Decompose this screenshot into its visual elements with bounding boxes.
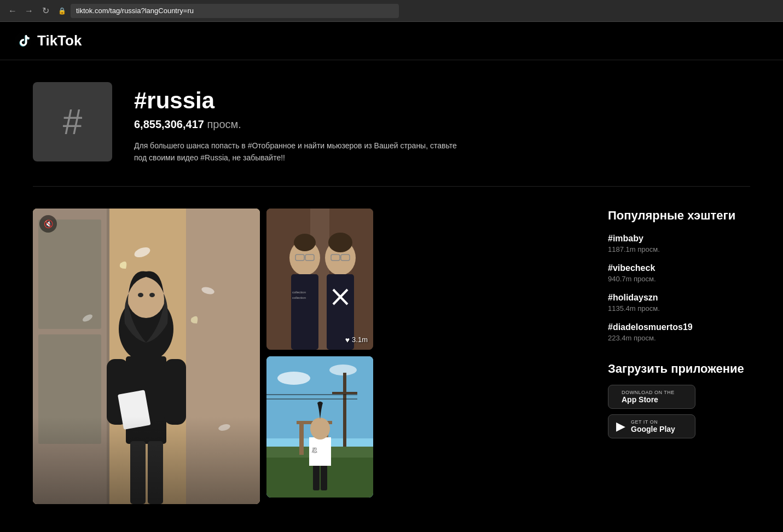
outdoor-svg: 忍 (266, 356, 373, 498)
svg-rect-54 (321, 463, 327, 490)
description: Для большего шанса попасть в #Отобранное… (134, 140, 462, 164)
google-play-name: Google Play (631, 425, 675, 433)
hashtag-item-2[interactable]: #holidayszn 1135.4m просм. (608, 293, 750, 313)
hashtag-item-name-1: #vibecheck (608, 263, 750, 273)
large-video-svg (33, 209, 260, 504)
svg-point-19 (138, 293, 143, 297)
download-title: Загрузить приложение (608, 362, 750, 376)
hero-section: # #russia 6,855,306,417 просм. Для больш… (33, 82, 750, 187)
google-play-icon: ▶ (616, 419, 625, 433)
svg-point-42 (277, 372, 310, 385)
hashtag-item-name-2: #holidayszn (608, 293, 750, 303)
heart-icon-1: ♥ (345, 336, 350, 344)
app-store-text: Download on the App Store (622, 390, 675, 404)
app-store-subtitle: Download on the (622, 390, 675, 395)
svg-rect-21 (33, 417, 260, 504)
svg-point-20 (149, 293, 155, 297)
mute-button[interactable]: 🔇 (39, 215, 57, 233)
lock-icon: 🔒 (58, 7, 66, 15)
back-button[interactable]: ← (7, 5, 19, 17)
app-store-button[interactable]: Download on the App Store (608, 385, 695, 409)
trending-title: Популярные хэштеги (608, 209, 750, 223)
count-number: 6,855,306,417 (134, 118, 204, 130)
svg-rect-29 (291, 274, 318, 350)
view-count: 6,855,306,417 просм. (134, 118, 462, 131)
hashtag-item-views-3: 223.4m просм. (608, 334, 750, 342)
two-girls-bg: collection collection (266, 209, 373, 350)
download-section: Загрузить приложение Download on the App… (608, 362, 750, 438)
logo-text: TikTok (37, 32, 82, 49)
svg-point-25 (294, 234, 316, 251)
large-video-card[interactable]: 🔇 (33, 209, 260, 504)
svg-rect-50 (299, 422, 304, 455)
browser-chrome: ← → ↻ 🔒 (0, 0, 783, 22)
hashtag-thumbnail: # (33, 82, 112, 161)
hashtag-symbol: # (63, 102, 83, 142)
count-label: просм. (207, 118, 241, 130)
site-header: TikTok (0, 22, 783, 60)
hashtag-item-0[interactable]: #imbaby 1187.1m просм. (608, 234, 750, 253)
google-play-text: GET IT ON Google Play (631, 419, 675, 433)
sidebar: Популярные хэштеги #imbaby 1187.1m просм… (608, 209, 750, 504)
svg-text:collection: collection (292, 291, 306, 294)
svg-text:忍: 忍 (311, 447, 317, 453)
svg-rect-3 (38, 219, 101, 329)
large-video-bg (33, 209, 260, 504)
svg-rect-45 (332, 392, 357, 394)
mute-icon: 🔇 (44, 219, 53, 228)
hashtag-item-views-0: 1187.1m просм. (608, 245, 750, 253)
hashtag-title: #russia (134, 88, 462, 114)
hashtag-item-views-2: 1135.4m просм. (608, 304, 750, 313)
google-play-button[interactable]: ▶ GET IT ON Google Play (608, 414, 695, 438)
google-play-subtitle: GET IT ON (631, 419, 675, 425)
forward-button[interactable]: → (23, 5, 35, 17)
svg-rect-53 (313, 463, 320, 490)
main-content: # #russia 6,855,306,417 просм. Для больш… (0, 60, 783, 526)
reload-button[interactable]: ↻ (39, 5, 51, 17)
hashtag-item-1[interactable]: #vibecheck 940.7m просм. (608, 263, 750, 283)
like-overlay-1: ♥ 3.1m (345, 336, 368, 344)
tiktok-logo-icon (13, 31, 33, 51)
two-girls-svg: collection collection (266, 209, 373, 350)
app-store-name: App Store (622, 395, 675, 404)
svg-text:collection: collection (292, 296, 306, 299)
small-video-card-2[interactable]: 忍 (266, 356, 373, 498)
video-right-col: collection collection ♥ 3.1m (266, 209, 373, 504)
svg-rect-15 (164, 359, 186, 425)
hashtag-item-name-0: #imbaby (608, 234, 750, 244)
small-video-card-1[interactable]: collection collection ♥ 3.1m (266, 209, 373, 350)
hero-info: #russia 6,855,306,417 просм. Для большег… (134, 82, 462, 164)
svg-point-57 (310, 418, 330, 440)
hashtag-item-3[interactable]: #diadelosmuertos19 223.4m просм. (608, 322, 750, 342)
hashtag-item-name-3: #diadelosmuertos19 (608, 322, 750, 332)
like-count-1: 3.1m (352, 336, 368, 344)
logo-wrapper[interactable]: TikTok (13, 31, 82, 51)
hashtag-item-views-1: 940.7m просм. (608, 275, 750, 283)
content-area: 🔇 (33, 209, 750, 504)
svg-point-31 (328, 233, 352, 252)
address-bar[interactable] (71, 4, 399, 18)
videos-area: 🔇 (33, 209, 586, 504)
